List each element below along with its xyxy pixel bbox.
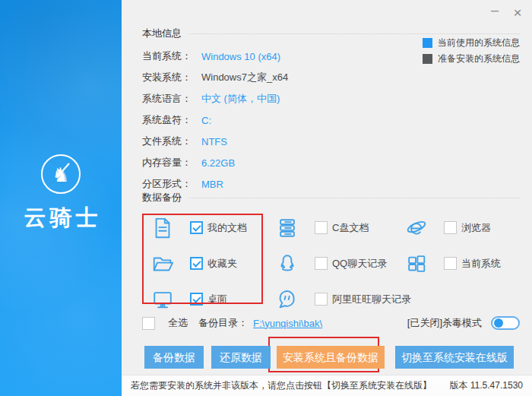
info-label: 当前系统：	[142, 49, 201, 63]
legend-install-system: 准备安装的系统信息	[423, 51, 520, 67]
action-buttons-row: 备份数据 还原数据 安装系统且备份数据 切换至系统安装在线版	[144, 346, 514, 369]
legend-label: 当前使用的系统信息	[438, 36, 520, 49]
folder-icon	[151, 252, 174, 275]
desktop-icon	[151, 288, 174, 311]
antivirus-control: [已关闭]杀毒模式	[407, 316, 520, 330]
close-icon[interactable]: ×	[509, 3, 526, 21]
info-label: 系统盘符：	[142, 113, 201, 127]
brand-block: ♞ 云骑士	[0, 154, 122, 233]
backup-item-label: 收藏夹	[207, 257, 237, 271]
window-controls: – ×	[486, 3, 526, 21]
backup-item-label: 当前系统	[461, 257, 501, 271]
legend-label: 准备安装的系统信息	[438, 52, 520, 65]
brand-name: 云骑士	[0, 203, 122, 233]
local-info-rows: 当前系统： Windows 10 (x64) 安装系统： Windows7之家_…	[142, 46, 520, 195]
checkbox-browser[interactable]	[444, 221, 457, 234]
switch-online-install-button[interactable]: 切换至系统安装在线版	[395, 346, 514, 369]
svg-text:♞: ♞	[52, 163, 69, 186]
dotted-divider	[189, 33, 520, 34]
windows-icon	[405, 252, 428, 275]
backup-item-label: QQ聊天记录	[332, 257, 387, 271]
backup-item-label: 阿里旺旺聊天记录	[332, 293, 411, 306]
local-info-title: 本地信息	[142, 27, 182, 40]
ie-browser-icon	[405, 217, 428, 239]
checkbox-wangwang-history[interactable]	[315, 293, 328, 306]
backup-item-wangwang-history: 阿里旺旺聊天记录	[267, 288, 396, 311]
info-row-memory: 内存容量： 6.22GB	[142, 152, 520, 173]
info-value: Windows7之家_x64	[201, 71, 288, 84]
dotted-divider	[189, 198, 520, 198]
restore-data-button[interactable]: 还原数据	[211, 346, 271, 369]
knight-horse-logo-icon: ♞	[41, 154, 81, 194]
backup-dir-label: 备份目录：	[198, 316, 248, 330]
backup-item-my-documents: 我的文档	[142, 217, 267, 239]
backup-dir-link[interactable]: F:\yunqishi\bak\	[253, 318, 322, 329]
backup-item-qq-history: QQ聊天记录	[267, 252, 396, 275]
wangwang-icon	[276, 288, 299, 311]
qq-icon	[276, 252, 299, 275]
info-value: 中文 (简体，中国)	[201, 92, 280, 106]
info-label: 分区形式：	[142, 177, 201, 191]
toggle-knob	[494, 318, 503, 328]
legend: 当前使用的系统信息 准备安装的系统信息	[423, 35, 520, 67]
checkbox-current-system[interactable]	[444, 257, 457, 270]
backup-item-label: C盘文档	[332, 221, 369, 235]
info-row-install-os: 安装系统： Windows7之家_x64	[142, 67, 520, 88]
checkbox-favorites[interactable]	[190, 257, 203, 270]
legend-blue-swatch	[423, 38, 432, 48]
backup-item-current-system: 当前系统	[396, 252, 501, 275]
info-row-drive-letter: 系统盘符： C:	[142, 109, 520, 131]
checkbox-my-documents[interactable]	[190, 221, 203, 234]
backup-items-grid: 我的文档 收藏夹 桌面	[142, 210, 501, 317]
drive-stack-icon	[276, 217, 299, 239]
info-label: 文件系统：	[142, 135, 201, 148]
backup-data-button[interactable]: 备份数据	[144, 346, 204, 369]
info-label: 内存容量：	[142, 156, 201, 169]
minimize-icon[interactable]: –	[486, 3, 503, 21]
info-label: 安装系统：	[142, 71, 201, 84]
backup-item-label: 浏览器	[461, 221, 491, 235]
backup-item-label: 桌面	[207, 293, 227, 306]
main-panel: – × 本地信息 当前系统： Windows 10 (x64) 安装系统： Wi…	[122, 0, 532, 396]
backup-item-c-drive-docs: C盘文档	[267, 217, 396, 239]
install-and-backup-button[interactable]: 安装系统且备份数据	[277, 346, 385, 369]
document-icon	[151, 217, 174, 239]
info-label: 系统语言：	[142, 92, 201, 106]
checkbox-qq-history[interactable]	[315, 257, 328, 270]
antivirus-toggle[interactable]	[491, 316, 520, 330]
footer-hint: 若您需要安装的系统并非该版本，请您点击按钮【切换至系统安装在线版】	[131, 379, 432, 392]
select-all-label: 全选	[168, 316, 188, 330]
info-value: MBR	[201, 179, 223, 190]
info-row-language: 系统语言： 中文 (简体，中国)	[142, 88, 520, 109]
legend-current-system: 当前使用的系统信息	[423, 35, 520, 51]
data-backup-title: 数据备份	[142, 191, 182, 204]
info-row-filesystem: 文件系统： NTFS	[142, 131, 520, 152]
checkbox-desktop[interactable]	[190, 293, 203, 306]
checkbox-c-drive-docs[interactable]	[315, 221, 328, 234]
backup-item-browser: 浏览器	[396, 217, 501, 239]
version-label: 版本 11.5.47.1530	[449, 379, 523, 392]
backup-item-label: 我的文档	[207, 221, 247, 235]
backup-item-favorites: 收藏夹	[142, 252, 267, 275]
sidebar: ♞ 云骑士	[0, 0, 122, 396]
info-value: Windows 10 (x64)	[201, 51, 280, 62]
backup-options-row: 全选 备份目录： F:\yunqishi\bak\ [已关闭]杀毒模式	[142, 313, 520, 333]
antivirus-mode-label: [已关闭]杀毒模式	[407, 316, 482, 330]
info-value: 6.22GB	[201, 157, 235, 169]
info-value: C:	[201, 115, 211, 126]
legend-gray-swatch	[423, 54, 432, 64]
backup-item-desktop: 桌面	[142, 288, 267, 311]
status-bar: 若您需要安装的系统并非该版本，请您点击按钮【切换至系统安装在线版】 版本 11.…	[122, 375, 532, 396]
data-backup-section-header: 数据备份	[142, 192, 520, 204]
checkbox-select-all[interactable]	[142, 317, 155, 330]
info-value: NTFS	[201, 136, 227, 147]
